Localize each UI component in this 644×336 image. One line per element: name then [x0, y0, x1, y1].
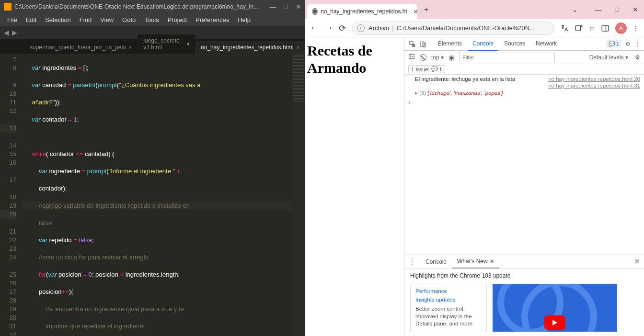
- issue-count: 1 Issue:: [411, 67, 430, 72]
- sidepanel-icon[interactable]: [601, 24, 610, 33]
- inspect-icon[interactable]: [408, 40, 417, 48]
- issues-badge[interactable]: 💬 1: [606, 40, 621, 47]
- tab-unsaved-dot-icon: [187, 43, 189, 45]
- minimize-button[interactable]: —: [270, 3, 276, 11]
- console-output[interactable]: El ingrediente: lechuga ya esta en la li…: [404, 75, 644, 255]
- menu-find[interactable]: Find: [75, 14, 96, 25]
- sublime-window-controls: — □ ✕: [270, 3, 301, 11]
- maximize-button[interactable]: □: [611, 4, 623, 15]
- url-scheme: Archivo: [368, 24, 389, 32]
- share-icon[interactable]: [575, 24, 583, 33]
- close-button[interactable]: ✕: [296, 3, 301, 11]
- site-info-icon[interactable]: i: [357, 24, 365, 32]
- card-link-insights[interactable]: Insights updates: [415, 297, 482, 302]
- clear-console-icon[interactable]: [420, 54, 426, 61]
- drawer-tabs: ⋮ Console What's New✕ ✕: [404, 255, 644, 269]
- minimap[interactable]: [292, 54, 305, 336]
- menu-selection[interactable]: Selection: [41, 14, 75, 25]
- issue-bar[interactable]: 1 Issue: 💬 1: [404, 64, 644, 75]
- tab-close-icon[interactable]: ✕: [413, 8, 418, 15]
- tab-close-icon[interactable]: ×: [129, 45, 132, 50]
- menu-view[interactable]: View: [96, 14, 118, 25]
- svg-rect-4: [420, 42, 424, 46]
- maximize-button[interactable]: □: [284, 3, 288, 11]
- sublime-menu-bar: File Edit Selection Find View Goto Tools…: [0, 13, 305, 26]
- console-row: ▸ (3) ['lechuga', 'manzanas', 'papas']: [404, 89, 644, 97]
- console-filter-input[interactable]: [459, 53, 555, 62]
- svg-rect-0: [575, 25, 581, 31]
- console-prompt[interactable]: ›: [404, 97, 644, 108]
- drawer-close-icon[interactable]: ✕: [634, 257, 640, 266]
- sublime-title-text: C:\Users\Daniela\Documents\ONE-Oracle Ne…: [14, 3, 258, 10]
- console-settings-gear-icon[interactable]: ⚙: [635, 54, 640, 61]
- play-icon: [544, 315, 565, 330]
- tab-network[interactable]: Network: [531, 37, 562, 51]
- sublime-title-bar: C:\Users\Daniela\Documents\ONE-Oracle Ne…: [0, 0, 305, 13]
- tab-superman[interactable]: superman_quedo_fuera_por_un_pelo ×: [24, 41, 138, 54]
- favicon-icon: [312, 8, 318, 15]
- console-source-link[interactable]: no hay ingredientes repetidos.html:20: [548, 76, 640, 82]
- drawer-tab-console[interactable]: Console: [421, 256, 451, 268]
- address-bar[interactable]: i Archivo | C:/Users/Daniela/Documents/O…: [352, 22, 554, 35]
- close-button[interactable]: ✕: [629, 4, 642, 15]
- tab-close-icon[interactable]: ✕: [490, 258, 494, 264]
- url-path: C:/Users/Daniela/Documents/ONE-Oracle%20…: [397, 24, 535, 32]
- console-message[interactable]: ▸ (3) ['lechuga', 'manzanas', 'papas']: [408, 90, 640, 96]
- forward-button[interactable]: →: [324, 23, 333, 33]
- tab-elements[interactable]: Elements: [433, 37, 467, 51]
- svg-rect-1: [602, 25, 609, 31]
- menu-project[interactable]: Project: [163, 14, 191, 25]
- toolbar-actions: ☆ A ⋮: [560, 22, 639, 34]
- chrome-window-controls: ⌄ — □ ✕: [568, 4, 642, 15]
- context-selector[interactable]: top ▾: [431, 54, 444, 61]
- back-button[interactable]: ←: [310, 23, 319, 33]
- tab-no-hay-ingredientes[interactable]: no_hay_ingredientes_repetidos.html ×: [195, 41, 305, 54]
- card-link-performance[interactable]: Performance: [415, 288, 482, 294]
- devtools-tabs: Elements Console Sources Network: [433, 37, 562, 51]
- tab-label: no_hay_ingredientes_repetidos.html: [201, 44, 293, 51]
- chrome-tab-strip: no_hay_ingredientes_repetidos.ht ✕ + ⌄ —…: [305, 0, 644, 19]
- settings-gear-icon[interactable]: ⚙: [625, 41, 631, 47]
- menu-help[interactable]: Help: [233, 14, 255, 25]
- menu-tools[interactable]: Tools: [140, 14, 163, 25]
- kebab-menu-icon[interactable]: ⋮: [634, 41, 640, 47]
- sublime-window: C:\Users\Daniela\Documents\ONE-Oracle Ne…: [0, 0, 305, 336]
- log-levels-selector[interactable]: Default levels ▾: [589, 54, 628, 61]
- reload-button[interactable]: ⟳: [339, 23, 346, 34]
- line-number-gutter: 78910 111213 14151617 18192021 22232425 …: [0, 54, 23, 336]
- console-toolbar: top ▾ ◉ Default levels ▾ ⚙: [404, 51, 644, 64]
- editor-area: 78910 111213 14151617 18192021 22232425 …: [0, 54, 305, 336]
- tab-sources[interactable]: Sources: [499, 37, 530, 51]
- tab-label: superman_quedo_fuera_por_un_pelo: [30, 44, 126, 51]
- minimize-button[interactable]: —: [591, 4, 606, 15]
- code-editor[interactable]: var ingredientes = []; var cantidad = pa…: [23, 54, 292, 336]
- menu-kebab-icon[interactable]: ⋮: [632, 24, 639, 32]
- menu-goto[interactable]: Goto: [118, 14, 140, 25]
- sublime-tab-bar: superman_quedo_fuera_por_un_pelo × juego…: [0, 39, 305, 54]
- drawer-tab-whatsnew[interactable]: What's New✕: [452, 255, 499, 269]
- rendered-page: Recetas de Armando: [305, 37, 404, 336]
- nav-forward-icon[interactable]: ▶: [12, 29, 17, 36]
- chrome-window: no_hay_ingredientes_repetidos.ht ✕ + ⌄ —…: [305, 0, 644, 336]
- tab-console[interactable]: Console: [468, 37, 498, 51]
- nav-back-icon[interactable]: ◀: [4, 29, 9, 36]
- bookmark-icon[interactable]: ☆: [589, 24, 595, 32]
- device-toggle-icon[interactable]: [419, 40, 427, 48]
- translate-icon[interactable]: [560, 24, 569, 33]
- sidebar-toggle-icon[interactable]: [408, 53, 415, 61]
- browser-tab[interactable]: no_hay_ingredientes_repetidos.ht ✕: [307, 4, 417, 19]
- tabs-dropdown-icon[interactable]: ⌄: [568, 4, 582, 15]
- live-expression-icon[interactable]: ◉: [448, 54, 454, 61]
- drawer-body: Highlights from the Chrome 103 update Pe…: [404, 269, 644, 336]
- drawer-menu-icon[interactable]: ⋮: [408, 257, 416, 266]
- console-source-link[interactable]: no hay ingredientes repetidos.html:31: [548, 83, 640, 89]
- new-tab-button[interactable]: +: [420, 3, 432, 16]
- menu-edit[interactable]: Edit: [22, 14, 41, 25]
- profile-avatar[interactable]: A: [615, 22, 627, 34]
- tab-close-icon[interactable]: ×: [297, 45, 299, 50]
- menu-file[interactable]: File: [3, 14, 22, 25]
- tab-juego-secreto[interactable]: juego_secreto-v3.html: [138, 34, 195, 54]
- whatsnew-card: Performance Insights updates Better zoom…: [410, 284, 487, 332]
- whatsnew-video-thumb[interactable]: [493, 284, 617, 332]
- menu-preferences[interactable]: Preferences: [191, 14, 233, 25]
